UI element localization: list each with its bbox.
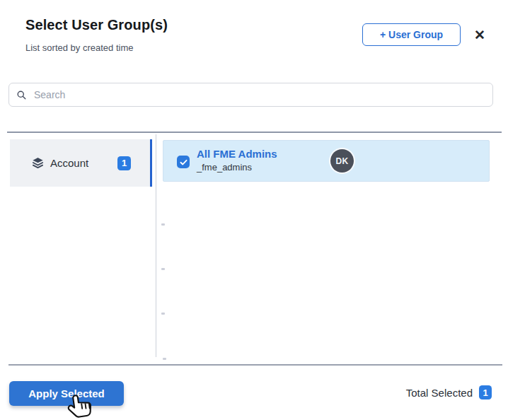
list-placeholder-dot xyxy=(161,223,165,226)
add-user-group-button[interactable]: + User Group xyxy=(362,23,461,46)
sort-hint-text: List sorted by created time xyxy=(25,42,133,53)
selected-indicator-bar xyxy=(150,139,153,187)
list-placeholder-dot xyxy=(161,268,165,270)
total-selected-badge: 1 xyxy=(479,385,492,399)
group-checkbox[interactable] xyxy=(177,156,190,168)
list-placeholder-dot xyxy=(163,358,166,360)
user-group-row[interactable]: All FME Admins _fme_admins DK xyxy=(163,140,490,182)
total-selected: Total Selected 1 xyxy=(406,385,492,400)
layers-icon xyxy=(31,156,45,170)
account-count-badge: 1 xyxy=(117,156,131,170)
page-title: Select User Group(s) xyxy=(25,17,168,33)
total-selected-label: Total Selected xyxy=(406,387,473,399)
search-icon xyxy=(16,90,27,100)
group-id: _fme_admins xyxy=(197,162,277,173)
sidebar-item-label: Account xyxy=(50,157,88,169)
divider xyxy=(7,132,502,133)
check-icon xyxy=(179,158,188,167)
sidebar-item-account[interactable]: Account 1 xyxy=(10,139,152,187)
list-placeholder-dot xyxy=(161,313,165,315)
search-box[interactable] xyxy=(8,83,493,107)
close-icon[interactable]: ✕ xyxy=(471,26,488,43)
group-name[interactable]: All FME Admins xyxy=(197,148,277,161)
divider xyxy=(8,364,502,366)
apply-selected-button[interactable]: Apply Selected xyxy=(9,381,124,406)
avatar: DK xyxy=(330,149,354,173)
panel-divider xyxy=(156,134,156,357)
search-input[interactable] xyxy=(33,88,485,101)
